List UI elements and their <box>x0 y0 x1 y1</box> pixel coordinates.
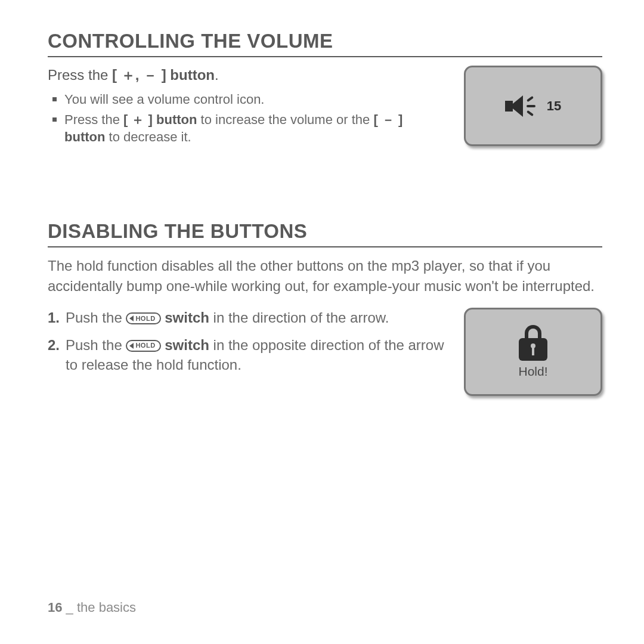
text-bold: switch <box>165 337 209 353</box>
hold-label: HOLD <box>135 314 155 323</box>
speaker-icon <box>505 93 538 119</box>
hold-label: HOLD <box>135 341 155 350</box>
page-footer: 16 _ the basics <box>48 600 136 615</box>
arrow-left-icon <box>129 343 134 349</box>
footer-separator: _ <box>62 600 76 615</box>
text: . <box>215 67 219 83</box>
volume-intro: Press the [ ＋, － ] button. <box>48 66 446 85</box>
button-ref-plus-minus: [ ＋, － ] button <box>112 67 215 83</box>
volume-value: 15 <box>547 98 561 114</box>
footer-section-name: the basics <box>77 600 136 615</box>
disable-buttons-intro: The hold function disables all the other… <box>48 256 602 296</box>
text: Press the <box>64 112 123 127</box>
lock-icon <box>516 325 550 361</box>
step-item: Push the HOLD switch in the direction of… <box>48 308 446 328</box>
arrow-left-icon <box>129 315 134 321</box>
hold-switch-icon: HOLD <box>126 312 160 324</box>
text: Press the <box>48 67 112 83</box>
hold-switch-icon: HOLD <box>126 340 160 352</box>
text: Push the <box>66 337 126 353</box>
text-bold: switch <box>165 309 209 326</box>
hold-screen-illustration: Hold! <box>464 308 602 396</box>
bullet-item: Press the [ ＋ ] button to increase the v… <box>52 111 446 146</box>
hold-screen-label: Hold! <box>518 364 547 379</box>
text: to decrease it. <box>105 129 191 144</box>
heading-volume: CONTROLLING THE VOLUME <box>48 30 602 57</box>
text: Push the <box>66 309 126 326</box>
text: in the direction of the arrow. <box>209 309 389 326</box>
button-ref-plus: [ ＋ ] button <box>123 112 197 127</box>
page-number: 16 <box>48 600 62 615</box>
text: to increase the volume or the <box>197 112 373 127</box>
heading-disable-buttons: DISABLING THE BUTTONS <box>48 220 602 247</box>
bullet-item: You will see a volume control icon. <box>52 91 446 109</box>
volume-screen-illustration: 15 <box>464 66 602 146</box>
step-item: Push the HOLD switch in the opposite dir… <box>48 335 446 375</box>
